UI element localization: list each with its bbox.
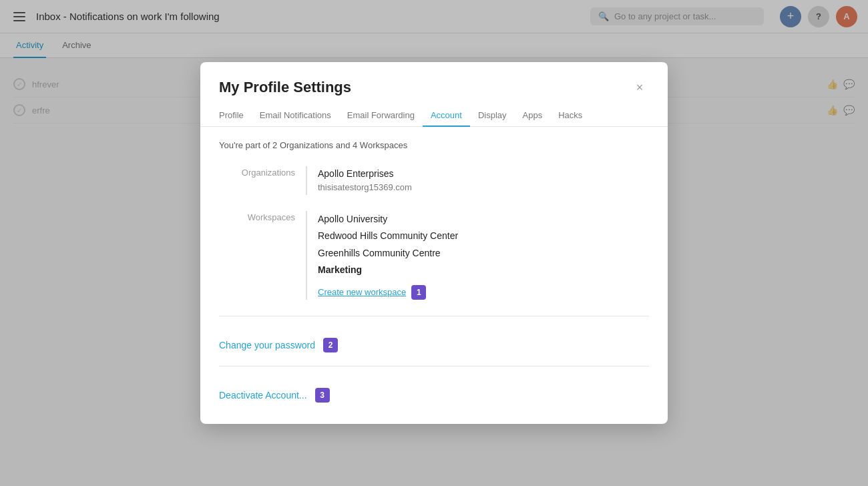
divider-1	[219, 316, 649, 316]
create-workspace-badge: 1	[411, 285, 426, 300]
org-workspace-info: You're part of 2 Organizations and 4 Wor…	[219, 140, 649, 150]
deactivate-row: Deactivate Account... 3	[219, 380, 649, 411]
modal-overlay: My Profile Settings × Profile Email Noti…	[0, 0, 868, 486]
organizations-content: Apollo Enterprises thisisatestorg15369.c…	[306, 166, 649, 195]
tab-apps[interactable]: Apps	[515, 105, 551, 127]
organizations-label: Organizations	[219, 166, 306, 195]
change-password-badge: 2	[323, 338, 338, 352]
deactivate-badge: 3	[315, 388, 330, 403]
workspaces-list: Apollo University Redwood Hills Communit…	[318, 211, 649, 278]
workspaces-section: Workspaces Apollo University Redwood Hil…	[219, 211, 649, 300]
create-workspace-link[interactable]: Create new workspace	[318, 287, 406, 297]
modal-close-button[interactable]: ×	[630, 78, 649, 97]
tab-display[interactable]: Display	[470, 105, 515, 127]
modal-header: My Profile Settings ×	[200, 62, 668, 97]
create-workspace-row: Create new workspace 1	[318, 285, 649, 300]
workspace-item-1: Redwood Hills Community Center	[318, 228, 649, 244]
modal-body: You're part of 2 Organizations and 4 Wor…	[200, 127, 668, 424]
tab-email-forwarding[interactable]: Email Forwarding	[339, 105, 423, 127]
tab-email-notifications[interactable]: Email Notifications	[252, 105, 339, 127]
workspace-item-2: Greenhills Community Centre	[318, 245, 649, 262]
tab-hacks[interactable]: Hacks	[550, 105, 590, 127]
change-password-link[interactable]: Change your password	[219, 340, 315, 350]
tab-account[interactable]: Account	[423, 105, 470, 127]
workspaces-content: Apollo University Redwood Hills Communit…	[306, 211, 649, 300]
deactivate-link[interactable]: Deactivate Account...	[219, 390, 307, 401]
workspace-item-3: Marketing	[318, 262, 649, 278]
modal-tabs: Profile Email Notifications Email Forwar…	[200, 97, 668, 127]
modal-title: My Profile Settings	[219, 79, 351, 96]
change-password-row: Change your password 2	[219, 330, 649, 360]
organizations-section: Organizations Apollo Enterprises thisisa…	[219, 166, 649, 195]
tab-profile[interactable]: Profile	[219, 105, 252, 127]
workspaces-label: Workspaces	[219, 211, 306, 300]
divider-2	[219, 366, 649, 367]
org-name: Apollo Enterprises	[318, 166, 649, 181]
profile-settings-modal: My Profile Settings × Profile Email Noti…	[200, 62, 668, 424]
workspace-item-0: Apollo University	[318, 211, 649, 228]
org-domain: thisisatestorg15369.com	[318, 181, 649, 195]
